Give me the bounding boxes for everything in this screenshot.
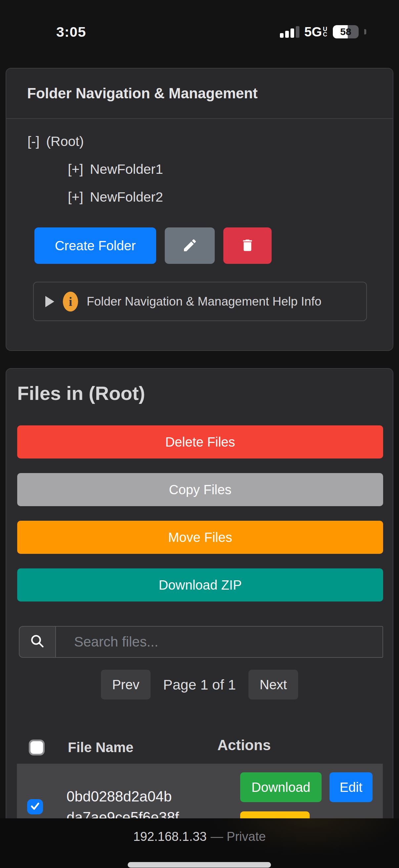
prev-page-button[interactable]: Prev (101, 670, 151, 700)
row-download-button[interactable]: Download (240, 772, 322, 802)
row-edit-button[interactable]: Edit (330, 772, 372, 802)
folder-help-disclosure[interactable]: i Folder Navigation & Management Help In… (33, 282, 367, 321)
search-icon (29, 633, 45, 651)
url-text: 192.168.1.33 (133, 830, 207, 844)
private-mode-label: — Private (211, 830, 266, 844)
header-checkbox-cell (17, 740, 49, 755)
cellular-signal-icon (280, 26, 299, 38)
network-type-label: 5G (304, 25, 322, 39)
info-icon: i (63, 292, 78, 311)
pencil-icon (182, 237, 198, 254)
address-bar[interactable]: 192.168.1.33 — Private (0, 830, 399, 844)
tree-item-root[interactable]: [-] (Root) (28, 127, 393, 155)
next-page-button[interactable]: Next (248, 670, 298, 700)
folder-card-header: Folder Navigation & Management (6, 68, 393, 119)
tree-label-newfolder1[interactable]: NewFolder1 (90, 161, 163, 177)
select-all-checkbox[interactable] (29, 740, 45, 755)
browser-bottom-bar: 192.168.1.33 — Private (0, 818, 399, 868)
actions-header: Actions (217, 737, 383, 753)
rename-folder-button[interactable] (165, 227, 215, 264)
tree-item-newfolder2[interactable]: [+] NewFolder2 (28, 183, 393, 211)
files-card-title: Files in (Root) (17, 382, 145, 404)
pagination: Prev Page 1 of 1 Next (6, 670, 393, 700)
battery-percent: 58 (333, 25, 359, 38)
tree-label-newfolder2[interactable]: NewFolder2 (90, 189, 163, 205)
trash-icon (240, 238, 255, 254)
home-indicator[interactable] (128, 862, 271, 868)
row-checkbox-cell (17, 799, 49, 814)
checkmark-icon (29, 801, 41, 813)
disclosure-triangle-icon (45, 296, 54, 307)
page-indicator: Page 1 of 1 (163, 677, 236, 693)
row-checkbox-checked[interactable] (27, 799, 43, 814)
delete-folder-button[interactable] (223, 227, 272, 264)
network-type-indicator: 5G U C (304, 25, 327, 39)
folder-actions-row: Create Folder (34, 227, 393, 264)
copy-files-button[interactable]: Copy Files (17, 473, 383, 506)
search-files-input[interactable] (56, 626, 383, 658)
folder-help-summary: Folder Navigation & Management Help Info (87, 294, 322, 309)
move-files-button[interactable]: Move Files (17, 521, 383, 554)
file-name-header: File Name (49, 740, 217, 755)
tree-item-newfolder1[interactable]: [+] NewFolder1 (28, 155, 393, 183)
file-search-bar (19, 626, 383, 658)
folder-management-card: Folder Navigation & Management [-] (Root… (6, 68, 393, 351)
status-indicators: 5G U C 58 (280, 25, 366, 39)
clock: 3:05 (56, 24, 86, 40)
files-card: Files in (Root) Delete Files Copy Files … (6, 368, 393, 868)
tree-toggle-newfolder2[interactable]: [+] (68, 189, 84, 205)
tree-toggle-newfolder1[interactable]: [+] (68, 161, 84, 177)
battery-icon: 58 (333, 25, 359, 38)
search-icon-box (19, 626, 56, 658)
create-folder-button[interactable]: Create Folder (34, 227, 156, 264)
delete-files-button[interactable]: Delete Files (17, 425, 383, 459)
status-bar: 3:05 5G U C 58 (0, 0, 399, 46)
network-uc-badge: U C (323, 27, 327, 37)
tree-label-root[interactable]: (Root) (46, 134, 84, 149)
tree-toggle-root[interactable]: [-] (28, 134, 39, 149)
battery-cap (364, 29, 366, 34)
file-table-header: File Name Actions (17, 732, 383, 763)
download-zip-button[interactable]: Download ZIP (17, 568, 383, 601)
folder-tree: [-] (Root) [+] NewFolder1 [+] NewFolder2 (6, 119, 393, 211)
folder-card-title: Folder Navigation & Management (27, 85, 258, 102)
file-name-line1: 0bd0288d2a04b (67, 786, 234, 807)
